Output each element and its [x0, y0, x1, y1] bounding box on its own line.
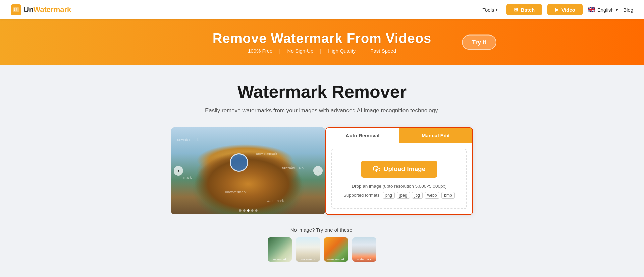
- dot-1[interactable]: [239, 209, 241, 212]
- watermark-text: watermark: [267, 199, 284, 203]
- image-preview: unwatermark unwatermark mark unwatermark…: [171, 127, 325, 214]
- formats-row: Supported formats: png jpeg jpg webp bmp: [343, 192, 454, 199]
- watermark-text: unwatermark: [256, 152, 277, 156]
- sample-section: No image? Try one of these: watermark wa…: [0, 227, 644, 262]
- watermark-overlay: unwatermark unwatermark mark unwatermark…: [171, 127, 325, 214]
- watermark-text: mark: [183, 175, 192, 179]
- main-content: Watermark Remover Easily remove watermar…: [0, 65, 644, 277]
- navbar: U UnWatermark Tools ▾ ⊞ Batch ▶ Video 🇬🇧…: [0, 0, 644, 19]
- watermark-text: unwatermark: [282, 165, 304, 169]
- sample-image-2[interactable]: watermark: [296, 237, 320, 262]
- upload-image-button[interactable]: Upload Image: [361, 161, 438, 178]
- sample-label-1: watermark: [268, 258, 292, 261]
- batch-button[interactable]: ⊞ Batch: [506, 4, 542, 15]
- watermark-text: unwatermark: [225, 190, 247, 194]
- batch-icon: ⊞: [514, 7, 518, 13]
- sample-hint: No image? Try one of these:: [0, 227, 644, 233]
- tool-area: unwatermark unwatermark mark unwatermark…: [154, 127, 490, 215]
- dot-2[interactable]: [243, 209, 246, 212]
- flag-icon: 🇬🇧: [588, 6, 595, 13]
- sample-label-3: unwatermark: [324, 258, 348, 261]
- sample-images: watermark watermark unwatermark watermar…: [0, 237, 644, 262]
- sample-label-2: watermark: [296, 258, 320, 261]
- banner-title: Remove Watermark From Videos: [213, 31, 432, 46]
- page-title: Watermark Remover: [0, 82, 644, 102]
- preview-image: unwatermark unwatermark mark unwatermark…: [171, 127, 325, 214]
- video-icon: ▶: [555, 7, 559, 13]
- try-it-button[interactable]: Try it: [462, 35, 496, 50]
- banner-content: Remove Watermark From Videos 100% Free |…: [213, 31, 432, 54]
- sample-image-1[interactable]: watermark: [268, 237, 292, 262]
- logo[interactable]: U UnWatermark: [11, 4, 71, 15]
- dot-4[interactable]: [251, 209, 254, 212]
- dot-3[interactable]: [247, 209, 250, 212]
- format-bmp: bmp: [441, 192, 454, 199]
- format-png: png: [383, 192, 395, 199]
- tools-button[interactable]: Tools ▾: [479, 5, 501, 15]
- blog-link[interactable]: Blog: [623, 7, 633, 13]
- format-jpg: jpg: [412, 192, 423, 199]
- logo-text: UnWatermark: [23, 5, 71, 14]
- selection-circle: [230, 153, 248, 172]
- sample-image-3[interactable]: unwatermark: [324, 237, 348, 262]
- formats-label: Supported formats:: [343, 193, 381, 198]
- tab-auto-removal[interactable]: Auto Removal: [326, 128, 399, 143]
- format-jpeg: jpeg: [397, 192, 410, 199]
- language-button[interactable]: 🇬🇧 English ▾: [588, 6, 618, 13]
- watermark-text: unwatermark: [177, 138, 199, 142]
- banner-subtitle: 100% Free | No Sign-Up | High Quality | …: [213, 48, 432, 54]
- preview-dots: [239, 209, 258, 212]
- tab-row: Auto Removal Manual Edit: [326, 128, 472, 143]
- logo-icon: U: [11, 4, 21, 15]
- upload-area[interactable]: Upload Image Drop an image (upto resolut…: [331, 149, 467, 209]
- sample-label-4: watermark: [352, 258, 376, 261]
- upload-icon: [373, 165, 380, 173]
- tab-manual-edit[interactable]: Manual Edit: [399, 128, 472, 143]
- format-webp: webp: [425, 192, 440, 199]
- nav-right: Tools ▾ ⊞ Batch ▶ Video 🇬🇧 English ▾ Blo…: [479, 4, 633, 15]
- video-button[interactable]: ▶ Video: [547, 4, 583, 15]
- prev-arrow-button[interactable]: ‹: [174, 166, 183, 176]
- drop-hint: Drop an image (upto resolution 5,000×5,0…: [352, 184, 446, 189]
- dot-5[interactable]: [255, 209, 258, 212]
- chevron-down-icon: ▾: [496, 8, 498, 12]
- upload-panel: Auto Removal Manual Edit Upload Image Dr…: [325, 127, 473, 215]
- sample-image-4[interactable]: watermark: [352, 237, 376, 262]
- promo-banner: Remove Watermark From Videos 100% Free |…: [0, 19, 644, 65]
- chevron-down-icon: ▾: [616, 8, 618, 12]
- svg-text:U: U: [14, 7, 17, 12]
- page-subtitle: Easily remove watermarks from your image…: [0, 107, 644, 114]
- next-arrow-button[interactable]: ›: [313, 166, 323, 176]
